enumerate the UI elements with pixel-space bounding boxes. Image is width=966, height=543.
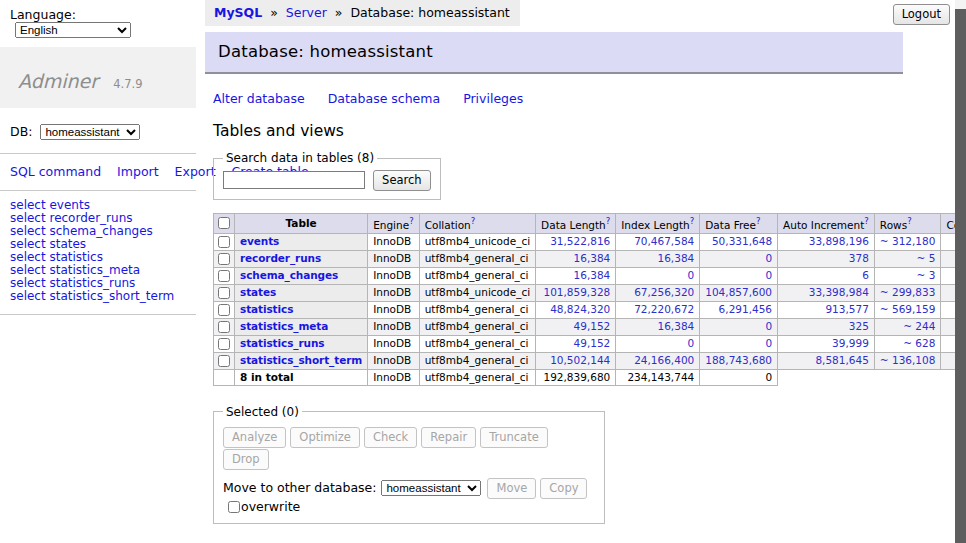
language-label: Language:	[10, 7, 76, 22]
sidebar-link-sql-command[interactable]: SQL command	[10, 164, 101, 179]
move-row: Move to other database: homeassistant Mo…	[223, 478, 595, 515]
db-link-database-schema[interactable]: Database schema	[328, 91, 440, 106]
vertical-scrollbar[interactable]	[955, 0, 966, 543]
table-name-cell: statistics_meta	[235, 318, 368, 335]
auto-increment-cell: 378	[778, 250, 875, 267]
column-header-cell-auto-increment: Auto Increment?	[778, 214, 875, 234]
table-link-recorder-runs[interactable]: recorder_runs	[240, 252, 321, 264]
selected-button-repair[interactable]: Repair	[421, 427, 476, 448]
table-name-cell: schema_changes	[235, 267, 368, 284]
scrollbar-thumb[interactable]	[955, 9, 966, 543]
row-checkbox-cell	[214, 301, 235, 318]
total-data-length-cell: 192,839,680	[536, 369, 616, 385]
move-database-select[interactable]: homeassistant	[381, 480, 481, 496]
table-link-states[interactable]: states	[240, 286, 276, 298]
search-button[interactable]: Search	[373, 170, 431, 191]
table-link-statistics-short-term[interactable]: statistics_short_term	[240, 354, 362, 366]
data-length-cell: 31,522,816	[536, 233, 616, 250]
rows-cell: ~ 5	[874, 250, 941, 267]
row-checkbox[interactable]	[218, 236, 230, 248]
selected-button-check[interactable]: Check	[364, 427, 417, 448]
column-header-cell-data-length: Data Length?	[536, 214, 616, 234]
index-length-cell: 0	[616, 335, 700, 352]
overwrite-option[interactable]: overwrite	[227, 499, 300, 514]
table-link-schema-changes[interactable]: schema_changes	[240, 269, 338, 281]
overwrite-checkbox[interactable]	[228, 501, 240, 513]
row-checkbox[interactable]	[218, 270, 230, 282]
column-header-auto-increment: Auto Increment	[783, 219, 864, 231]
table-name-cell: states	[235, 284, 368, 301]
table-row: eventsInnoDButf8mb4_unicode_ci31,522,816…	[214, 233, 966, 250]
selected-button-optimize[interactable]: Optimize	[290, 427, 360, 448]
selected-button-analyze[interactable]: Analyze	[223, 427, 286, 448]
adminer-logo: Adminer 4.7.9	[0, 47, 196, 108]
row-checkbox[interactable]	[218, 355, 230, 367]
column-header-table: Table	[285, 217, 316, 229]
table-link-statistics-meta[interactable]: statistics_meta	[240, 320, 328, 332]
select-all-checkbox[interactable]	[218, 217, 230, 229]
brand-name: Adminer	[18, 70, 98, 92]
help-link-data-length[interactable]: ?	[606, 216, 611, 226]
engine-cell: InnoDB	[368, 301, 420, 318]
index-length-cell: 24,166,400	[616, 352, 700, 369]
total-label-cell: 8 in total	[235, 369, 368, 385]
help-link-rows[interactable]: ?	[907, 216, 912, 226]
breadcrumb-link-mysql[interactable]: MySQL	[214, 5, 262, 20]
collation-cell: utf8mb4_unicode_ci	[419, 284, 535, 301]
breadcrumb-separator: »	[270, 5, 278, 20]
move-button-copy[interactable]: Copy	[540, 478, 587, 499]
data-length-cell: 101,859,328	[536, 284, 616, 301]
db-link-alter-database[interactable]: Alter database	[213, 91, 305, 106]
column-header-data-free: Data Free	[705, 219, 756, 231]
move-button-move[interactable]: Move	[487, 478, 536, 499]
help-link-index-length[interactable]: ?	[690, 216, 695, 226]
help-link-auto-increment[interactable]: ?	[864, 216, 869, 226]
sidebar-link-import[interactable]: Import	[117, 164, 159, 179]
selected-buttons: AnalyzeOptimizeCheckRepairTruncateDrop	[223, 426, 595, 470]
data-free-cell: 0	[700, 335, 778, 352]
table-link-events[interactable]: events	[240, 235, 279, 247]
move-label: Move to other database:	[223, 480, 376, 495]
db-row: DB: homeassistant	[0, 108, 196, 154]
selected-legend: Selected (0)	[223, 405, 302, 419]
row-checkbox-cell	[214, 250, 235, 267]
row-checkbox-cell	[214, 335, 235, 352]
total-index-length-cell: 234,143,744	[616, 369, 700, 385]
selected-button-truncate[interactable]: Truncate	[480, 427, 548, 448]
help-link-collation[interactable]: ?	[471, 216, 476, 226]
selected-button-drop[interactable]: Drop	[223, 449, 269, 470]
main-content: MySQL » Server » Database: homeassistant…	[205, 0, 903, 543]
breadcrumb-link-server[interactable]: Server	[286, 5, 327, 20]
breadcrumb-current: Database: homeassistant	[350, 5, 509, 20]
row-checkbox[interactable]	[218, 304, 230, 316]
total-data-free-cell: 0	[700, 369, 778, 385]
engine-cell: InnoDB	[368, 250, 420, 267]
search-fieldset: Search data in tables (8) Search	[213, 151, 441, 200]
column-header-index-length: Index Length	[621, 219, 689, 231]
select-all-cell	[214, 214, 235, 234]
row-checkbox[interactable]	[218, 338, 230, 350]
column-header-collation: Collation	[425, 219, 471, 231]
help-link-data-free[interactable]: ?	[756, 216, 761, 226]
row-checkbox[interactable]	[218, 253, 230, 265]
total-collation-cell: utf8mb4_general_ci	[419, 369, 535, 385]
sidebar-action-links: SQL commandImportExportCreate table	[0, 154, 196, 191]
db-select[interactable]: homeassistant	[40, 124, 140, 140]
sidebar-table-link-select-statistics-short-term[interactable]: select statistics_short_term	[10, 290, 186, 303]
language-select[interactable]: English	[15, 22, 131, 38]
collation-cell: utf8mb4_general_ci	[419, 352, 535, 369]
db-label: DB:	[10, 124, 32, 139]
data-free-cell: 50,331,648	[700, 233, 778, 250]
search-input[interactable]	[223, 171, 365, 189]
help-link-engine[interactable]: ?	[409, 216, 414, 226]
column-header-cell-table: Table	[235, 214, 368, 234]
table-link-statistics[interactable]: statistics	[240, 303, 293, 315]
db-link-privileges[interactable]: Privileges	[463, 91, 523, 106]
data-free-cell: 188,743,680	[700, 352, 778, 369]
row-checkbox[interactable]	[218, 287, 230, 299]
table-link-statistics-runs[interactable]: statistics_runs	[240, 337, 324, 349]
table-row: statistics_short_termInnoDButf8mb4_gener…	[214, 352, 966, 369]
row-checkbox[interactable]	[218, 321, 230, 333]
column-header-rows: Rows	[880, 219, 907, 231]
index-length-cell: 0	[616, 267, 700, 284]
